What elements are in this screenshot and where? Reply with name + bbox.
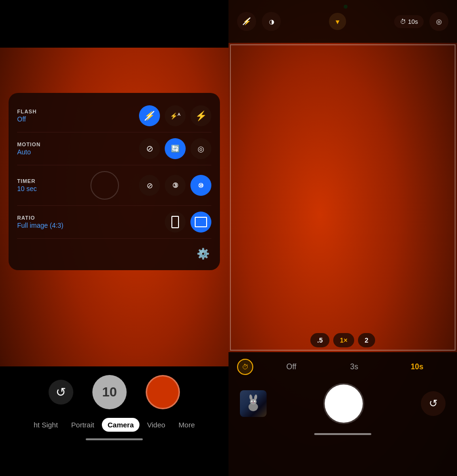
chevron-down-icon: ▾ (336, 17, 339, 26)
shutter-area: ↺ (228, 380, 457, 427)
zoom-2x-button[interactable]: 2 (358, 333, 375, 347)
live-photo-top-icon: ◎ (436, 18, 442, 25)
motion-off-button[interactable]: ⊘ (139, 138, 160, 159)
top-right-icons: ⏱ 10s ◎ (394, 12, 448, 31)
black-bar-top (0, 0, 228, 48)
divider-2 (17, 165, 211, 165)
ratio-tall-button[interactable] (165, 212, 186, 233)
motion-label: MOTION (17, 142, 74, 147)
flash-on-button[interactable]: ⚡ (190, 105, 211, 126)
viewfinder-border (230, 44, 456, 351)
timer-strip-clock-icon: ⏱ (242, 363, 248, 371)
flash-label-col: FLASH Off (17, 109, 74, 123)
mode-tab-more[interactable]: More (173, 418, 200, 432)
flip-right-icon: ↺ (429, 397, 437, 410)
flip-camera-button[interactable]: ↺ (49, 380, 73, 405)
motion-live-icon: ◎ (198, 144, 204, 153)
mode-tab-night-sight[interactable]: ht Sight (28, 418, 64, 432)
ratio-wide-button[interactable] (190, 212, 211, 233)
ratio-wide-icon (195, 217, 207, 227)
timer-off-button[interactable]: ⊘ (139, 175, 160, 196)
timer-badge[interactable]: ⏱ 10s (394, 15, 424, 28)
mode-tab-video[interactable]: Video (141, 418, 171, 432)
flash-label: FLASH (17, 109, 74, 114)
motion-off-icon: ⊘ (146, 143, 153, 154)
shutter-button-left[interactable] (146, 375, 180, 409)
timer-10s-button[interactable]: ⑩ (190, 175, 211, 196)
flip-icon: ↺ (56, 385, 66, 400)
chevron-down-button[interactable]: ▾ (329, 13, 346, 30)
photo-thumbnail[interactable] (240, 390, 267, 417)
settings-panel: FLASH Off ⚡ ⚡A ⚡ (9, 93, 220, 270)
top-center: ▾ (329, 13, 346, 30)
thumbnail-image (240, 390, 267, 417)
top-bar-right: ⚡ ◑ ▾ ⏱ 10s ◎ (228, 0, 457, 43)
motion-auto-button[interactable]: 🔄 (165, 138, 186, 159)
timer-off-icon: ⊘ (147, 181, 153, 190)
timer-3s-button[interactable]: ③ (165, 175, 186, 196)
motion-row: MOTION Auto ⊘ 🔄 ◎ (17, 135, 211, 162)
ratio-label: RATIO (17, 215, 74, 221)
timer-10s-option[interactable]: 10s (386, 361, 448, 373)
flash-off-icon: ⚡ (144, 111, 155, 121)
divider-3 (17, 205, 211, 206)
zoom-1x-button[interactable]: 1× (333, 333, 354, 347)
bunny-svg (244, 394, 263, 413)
gear-row: ⚙️ (17, 242, 211, 263)
hdr-icon: ◑ (269, 18, 274, 25)
timer-label-col: TIMER 10 sec (17, 178, 74, 192)
mode-tab-camera[interactable]: Camera (102, 418, 139, 432)
svg-point-4 (251, 401, 253, 402)
live-photo-top-button[interactable]: ◎ (429, 12, 448, 31)
motion-auto-icon: 🔄 (171, 144, 180, 153)
hdr-button[interactable]: ◑ (262, 12, 281, 31)
top-left-icons: ⚡ ◑ (237, 12, 281, 31)
right-panel: ⚡ ◑ ▾ ⏱ 10s ◎ (228, 0, 457, 476)
flash-off-button[interactable]: ⚡ (139, 105, 160, 126)
timer-strip-icon[interactable]: ⏱ (237, 359, 253, 375)
timer-strip: ⏱ Off 3s 10s (228, 352, 457, 380)
zoom-1x-label: 1× (340, 336, 348, 344)
motion-label-col: MOTION Auto (17, 142, 74, 156)
timer-badge-label: 10s (408, 18, 418, 25)
top-flash-off-icon: ⚡ (243, 18, 251, 25)
motion-buttons: ⊘ 🔄 ◎ (139, 138, 211, 159)
divider-1 (17, 132, 211, 132)
ratio-value: Full image (4:3) (17, 222, 74, 229)
home-indicator-right (314, 433, 371, 435)
flash-value: Off (17, 115, 74, 123)
timer-circle-visual (90, 171, 119, 200)
ratio-row: RATIO Full image (4:3) (17, 209, 211, 235)
countdown-number: 10 (102, 385, 117, 400)
top-slash-line (243, 17, 251, 25)
left-panel: FLASH Off ⚡ ⚡A ⚡ (0, 0, 228, 476)
timer-value: 10 sec (17, 185, 74, 192)
shutter-button-right[interactable] (325, 385, 363, 423)
flip-camera-right-button[interactable]: ↺ (421, 391, 446, 416)
flash-auto-button[interactable]: ⚡A (165, 105, 186, 126)
timer-badge-clock-icon: ⏱ (400, 18, 406, 25)
zoom-point5-button[interactable]: .5 (310, 333, 329, 347)
timer-3s-option[interactable]: 3s (323, 361, 386, 373)
zoom-controls: .5 1× 2 (228, 333, 457, 347)
motion-live-button[interactable]: ◎ (190, 138, 211, 159)
flash-row: FLASH Off ⚡ ⚡A ⚡ (17, 102, 211, 129)
timer-off-option[interactable]: Off (260, 361, 323, 373)
timer-row: TIMER 10 sec ⊘ ③ ⑩ (17, 168, 211, 203)
timer-10s-icon: ⑩ (198, 182, 204, 189)
gear-icon: ⚙️ (197, 248, 209, 260)
flash-on-icon: ⚡ (195, 110, 207, 122)
flash-off-top-button[interactable]: ⚡ (237, 12, 256, 31)
settings-gear-button[interactable]: ⚙️ (194, 245, 211, 263)
motion-value: Auto (17, 148, 74, 156)
mode-tab-portrait[interactable]: Portrait (66, 418, 100, 432)
home-indicator-left (86, 438, 143, 440)
bottom-bar-left: ↺ 10 ht Sight Portrait Camera Video More (0, 366, 228, 476)
ratio-tall-icon (171, 216, 179, 228)
zoom-2x-label: 2 (365, 336, 368, 344)
divider-4 (17, 238, 211, 239)
viewfinder-area (228, 43, 457, 352)
slash-line (144, 111, 154, 121)
ratio-label-col: RATIO Full image (4:3) (17, 215, 74, 229)
timer-label: TIMER (17, 178, 74, 184)
